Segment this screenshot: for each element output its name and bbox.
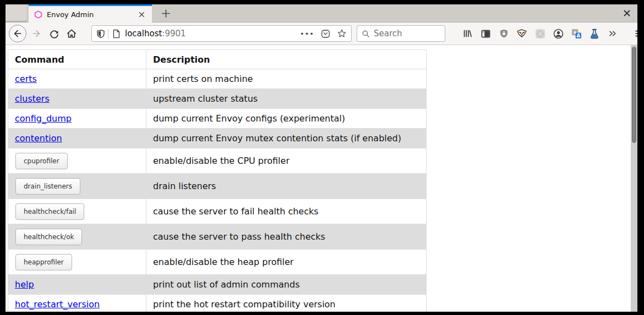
description-cell: dump current Envoy configs (experimental… xyxy=(146,109,427,129)
overflow-chevron-icon[interactable] xyxy=(607,28,618,39)
description-cell: cause the server to fail health checks xyxy=(146,199,427,224)
tab-close-icon[interactable] xyxy=(135,8,148,20)
command-button[interactable]: healthcheck/ok xyxy=(15,229,82,245)
command-cell: contention xyxy=(8,129,146,148)
library-icon[interactable] xyxy=(462,28,473,39)
command-cell: config_dump xyxy=(8,109,146,129)
table-row: helpprint out list of admin commands xyxy=(8,275,427,295)
command-cell: heapprofiler xyxy=(8,250,146,275)
forward-arrow-icon xyxy=(31,28,42,39)
command-link[interactable]: hot_restart_version xyxy=(15,299,100,310)
hamburger-menu-icon[interactable] xyxy=(631,25,637,42)
tab-envoy-admin[interactable]: Envoy Admin xyxy=(29,4,152,23)
command-cell: healthcheck/fail xyxy=(8,199,146,224)
command-button[interactable]: healthcheck/fail xyxy=(15,203,84,220)
decentraleyes-icon[interactable] xyxy=(534,28,545,39)
description-cell: print certs on machine xyxy=(146,69,427,89)
table-row: healthcheck/okcause the server to pass h… xyxy=(8,224,427,250)
url-bar[interactable]: localhost:9901 ••• xyxy=(91,25,352,42)
admin-command-table: Command Description certsprint certs on … xyxy=(8,49,427,312)
table-row: healthcheck/failcause the server to fail… xyxy=(8,199,427,224)
account-icon[interactable] xyxy=(553,28,564,39)
page-content: Command Description certsprint certs on … xyxy=(6,45,631,312)
new-tab-icon[interactable] xyxy=(160,7,172,19)
table-row: cpuprofilerenable/disable the CPU profil… xyxy=(8,148,427,174)
page-info-icon[interactable] xyxy=(112,29,121,38)
scrollbar-thumb[interactable] xyxy=(632,47,636,143)
search-bar[interactable]: Search xyxy=(357,25,445,42)
command-cell: hot_restart_version xyxy=(8,295,146,312)
home-icon xyxy=(66,28,77,39)
table-row: hot_restart_versionprint the hot restart… xyxy=(8,295,427,312)
description-cell: dump current Envoy mutex contention stat… xyxy=(146,129,427,148)
reload-icon xyxy=(49,29,59,39)
command-cell: cpuprofiler xyxy=(8,148,146,174)
command-link[interactable]: clusters xyxy=(15,93,50,104)
command-button[interactable]: heapprofiler xyxy=(15,254,72,270)
search-icon xyxy=(362,30,370,38)
table-row: heapprofilerenable/disable the heap prof… xyxy=(8,250,427,275)
tracking-shield-icon[interactable] xyxy=(96,29,105,38)
table-row: config_dumpdump current Envoy configs (e… xyxy=(8,109,427,129)
navigation-toolbar: localhost:9901 ••• xyxy=(6,23,637,45)
back-arrow-icon xyxy=(12,28,23,39)
command-button[interactable]: drain_listeners xyxy=(15,178,80,195)
command-table-body: certsprint certs on machineclustersupstr… xyxy=(8,69,427,312)
toolbar-extension-icons: A xyxy=(462,28,625,39)
description-cell: drain listeners xyxy=(146,174,427,199)
description-cell: print the hot restart compatibility vers… xyxy=(146,295,427,312)
command-cell: drain_listeners xyxy=(8,174,146,199)
description-cell: print out list of admin commands xyxy=(146,275,427,295)
shield-lock-icon[interactable] xyxy=(498,28,509,39)
command-column-header: Command xyxy=(8,50,146,69)
envoy-hexagon-icon xyxy=(34,10,42,19)
command-link[interactable]: contention xyxy=(15,133,62,143)
sidebar-icon[interactable] xyxy=(480,28,491,39)
url-text[interactable]: localhost:9901 xyxy=(125,29,186,38)
titlebar-spacer xyxy=(6,4,26,21)
browser-window: Envoy Admin xyxy=(6,4,637,312)
table-row: drain_listenersdrain listeners xyxy=(8,174,427,199)
back-button[interactable] xyxy=(9,25,26,42)
urlbar-divider xyxy=(108,29,108,38)
table-row: clustersupstream cluster status xyxy=(8,89,427,109)
command-link[interactable]: config_dump xyxy=(15,113,72,124)
flask-icon[interactable] xyxy=(589,28,600,39)
command-link[interactable]: certs xyxy=(15,74,37,84)
privacy-badger-icon[interactable] xyxy=(516,28,527,39)
svg-text:A: A xyxy=(576,32,580,38)
description-column-header: Description xyxy=(146,50,427,69)
search-placeholder: Search xyxy=(374,29,402,38)
command-cell: healthcheck/ok xyxy=(8,224,146,250)
vertical-scrollbar[interactable] xyxy=(631,45,637,312)
command-cell: certs xyxy=(8,69,146,89)
url-host: localhost xyxy=(125,29,162,38)
window-close-icon[interactable] xyxy=(621,7,633,19)
page-actions-icon[interactable]: ••• xyxy=(300,30,314,38)
translate-icon[interactable]: A xyxy=(571,28,582,39)
table-row: contentiondump current Envoy mutex conte… xyxy=(8,129,427,148)
bookmark-star-icon[interactable] xyxy=(337,29,347,38)
command-cell: clusters xyxy=(8,89,146,109)
tab-title: Envoy Admin xyxy=(47,10,135,19)
description-cell: enable/disable the CPU profiler xyxy=(146,148,427,174)
home-button[interactable] xyxy=(63,25,80,42)
command-button[interactable]: cpuprofiler xyxy=(15,153,68,169)
description-cell: upstream cluster status xyxy=(146,89,427,109)
description-cell: cause the server to pass health checks xyxy=(146,224,427,250)
description-cell: enable/disable the heap profiler xyxy=(146,250,427,275)
forward-button[interactable] xyxy=(28,25,45,42)
command-link[interactable]: help xyxy=(15,279,34,290)
reload-button[interactable] xyxy=(45,25,63,42)
command-cell: help xyxy=(8,275,146,295)
tab-bar: Envoy Admin xyxy=(6,4,637,23)
table-header-row: Command Description xyxy=(8,50,427,69)
table-row: certsprint certs on machine xyxy=(8,69,427,89)
url-port: :9901 xyxy=(162,29,185,38)
pocket-icon[interactable] xyxy=(321,29,330,38)
